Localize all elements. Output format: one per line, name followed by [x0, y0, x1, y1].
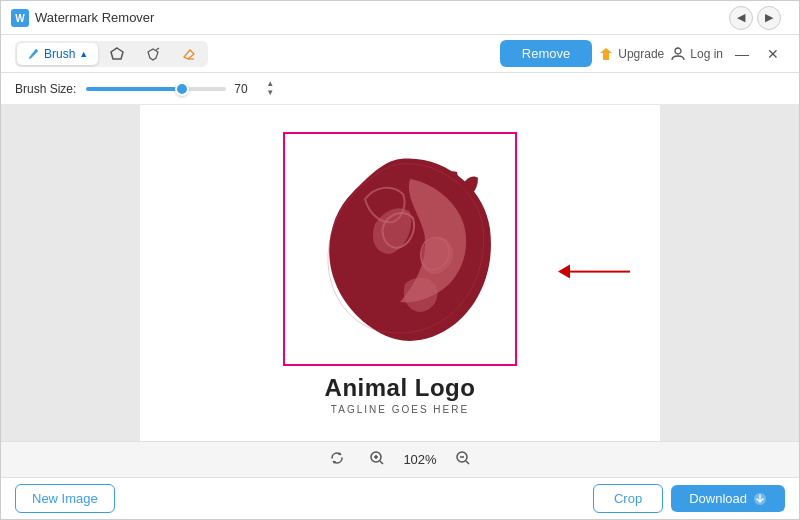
back-button[interactable]: ◀	[729, 6, 753, 30]
arrow-line	[570, 271, 630, 273]
minimize-button[interactable]: —	[729, 44, 755, 64]
arrow-indicator	[558, 265, 630, 279]
remove-button[interactable]: Remove	[500, 40, 592, 67]
login-button[interactable]: Log in	[670, 46, 723, 62]
zoom-in-icon	[369, 450, 385, 466]
zoom-in-button[interactable]	[363, 448, 391, 471]
zoom-value: 102%	[403, 452, 436, 467]
erase-icon	[182, 47, 196, 61]
brush-size-value: 70	[234, 82, 258, 96]
svg-line-2	[156, 48, 159, 50]
main-canvas-area: Animal Logo TAGLINE GOES HERE	[1, 105, 799, 441]
reset-zoom-button[interactable]	[323, 448, 351, 471]
polygon-icon	[110, 47, 124, 61]
logo-image[interactable]	[285, 134, 515, 364]
brush-slider-container: 70 ▲ ▼	[86, 80, 274, 97]
upgrade-button[interactable]: Upgrade	[598, 46, 664, 62]
forward-button[interactable]: ▶	[757, 6, 781, 30]
svg-line-8	[380, 461, 383, 464]
user-icon	[670, 46, 686, 62]
svg-line-11	[466, 461, 469, 464]
app-logo-icon: W	[11, 9, 29, 27]
reset-icon	[329, 450, 345, 466]
tool-group: Brush ▲	[15, 41, 208, 67]
image-area: Animal Logo TAGLINE GOES HERE	[283, 132, 517, 415]
brush-size-label: Brush Size:	[15, 82, 76, 96]
brush-dropdown-icon: ▲	[79, 49, 88, 59]
zoom-out-button[interactable]	[449, 448, 477, 471]
download-button[interactable]: Download	[671, 485, 785, 512]
brush-icon	[27, 47, 40, 60]
download-icon	[753, 492, 767, 506]
toolbar: Brush ▲ Remove Upgrade	[1, 35, 799, 73]
svg-text:W: W	[15, 13, 25, 24]
svg-point-4	[675, 48, 681, 54]
logo-main-text: Animal Logo	[325, 374, 476, 402]
brush-up-arrow[interactable]: ▲	[266, 80, 274, 88]
polygon-tool-button[interactable]	[100, 43, 134, 65]
upgrade-icon	[598, 46, 614, 62]
brush-tool-button[interactable]: Brush ▲	[17, 43, 98, 65]
logo-tagline: TAGLINE GOES HERE	[325, 404, 476, 415]
lasso-tool-button[interactable]	[136, 43, 170, 65]
arrow-head-icon	[558, 265, 570, 279]
selection-box	[283, 132, 517, 366]
crop-button[interactable]: Crop	[593, 484, 663, 513]
canvas-wrapper: Animal Logo TAGLINE GOES HERE	[140, 105, 660, 441]
brush-bar: Brush Size: 70 ▲ ▼	[1, 73, 799, 105]
footer-bar: New Image Crop Download	[1, 477, 799, 519]
status-bar: 102%	[1, 441, 799, 477]
brush-size-slider[interactable]	[86, 87, 226, 91]
title-bar: W Watermark Remover ◀ ▶	[1, 1, 799, 35]
app-title: Watermark Remover	[35, 10, 729, 25]
nav-buttons: ◀ ▶	[729, 6, 781, 30]
zoom-out-icon	[455, 450, 471, 466]
brush-down-arrow[interactable]: ▼	[266, 89, 274, 97]
new-image-button[interactable]: New Image	[15, 484, 115, 513]
logo-text-area: Animal Logo TAGLINE GOES HERE	[325, 374, 476, 415]
erase-tool-button[interactable]	[172, 43, 206, 65]
close-button[interactable]: ✕	[761, 44, 785, 64]
lasso-icon	[146, 47, 160, 61]
brush-arrows[interactable]: ▲ ▼	[266, 80, 274, 97]
